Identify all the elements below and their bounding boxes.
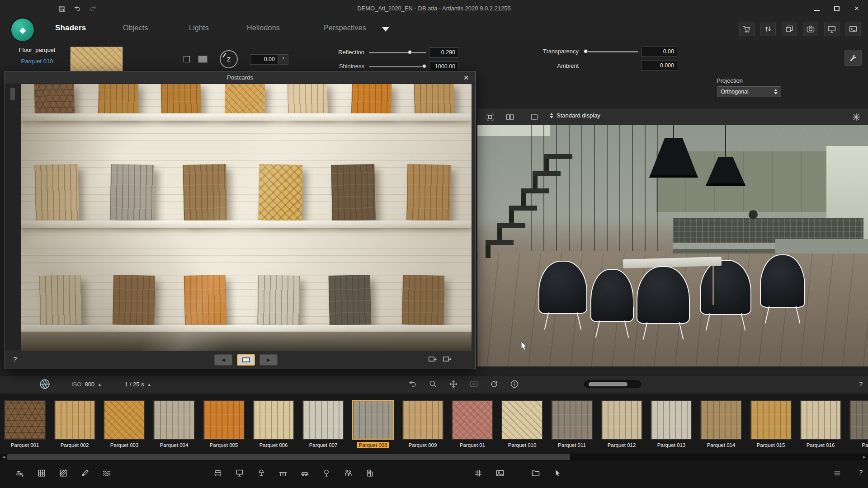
scroll-right-icon[interactable]: ▶	[861, 454, 868, 460]
catalog-item[interactable]: Parquet 006	[249, 394, 298, 454]
postcards-help-button[interactable]: ?	[13, 355, 17, 363]
export-postcard-icon[interactable]	[443, 355, 452, 366]
shader-thumbnail[interactable]	[104, 400, 145, 440]
catalog-item[interactable]: Parquet 013	[646, 394, 696, 454]
shader-thumbnail[interactable]	[54, 400, 95, 440]
catalog-item[interactable]: Parquet 002	[50, 394, 99, 454]
perspectives-dropdown-icon[interactable]	[382, 27, 389, 32]
shader-tool-icon[interactable]	[14, 468, 25, 479]
tab-perspectives[interactable]: Perspectives	[324, 24, 366, 32]
preview-quality-slider[interactable]	[584, 380, 641, 388]
catalog-item[interactable]: Parquet 004	[149, 394, 199, 454]
people-icon[interactable]	[343, 468, 354, 479]
reflection-value[interactable]: 0.290	[429, 47, 458, 58]
duplicate-icon[interactable]	[782, 22, 797, 36]
shader-thumbnail[interactable]	[750, 400, 792, 440]
water-icon[interactable]	[101, 468, 112, 479]
postcards-close-icon[interactable]: ×	[461, 72, 472, 83]
iso-control[interactable]: ISO 800 ▲	[71, 381, 102, 388]
catalog-item[interactable]: Parquet 010	[497, 394, 547, 454]
postcard-image[interactable]	[21, 84, 472, 351]
shader-thumbnail[interactable]	[501, 400, 543, 440]
fit-view-icon[interactable]	[484, 111, 496, 122]
shader-thumbnail[interactable]	[800, 400, 841, 440]
catalog-item[interactable]: Parquet 014	[696, 394, 746, 454]
catalog-item[interactable]: Parquet 012	[597, 394, 646, 454]
catalog-strip[interactable]: Parquet 001Parquet 002Parquet 003Parquet…	[0, 394, 868, 454]
shutter-control[interactable]: 1 / 25 s ▲	[125, 381, 151, 388]
catalog-item[interactable]: Parquet 011	[547, 394, 597, 454]
catalog-item[interactable]: Parquet 003	[99, 394, 149, 454]
scroll-left-icon[interactable]: ◀	[0, 454, 7, 460]
render-region-icon[interactable]	[528, 111, 541, 122]
help-button[interactable]: ?	[859, 469, 863, 476]
rotation-dial[interactable]: Z	[220, 50, 238, 68]
shader-thumbnail[interactable]	[651, 400, 692, 440]
refresh-icon[interactable]	[487, 378, 501, 390]
tab-shaders[interactable]: Shaders	[55, 23, 86, 33]
zoom-icon[interactable]	[426, 378, 440, 390]
lamp-icon[interactable]	[256, 468, 267, 479]
car-icon[interactable]	[299, 468, 310, 479]
billboard-icon[interactable]	[234, 468, 245, 479]
iso-value[interactable]: 800	[85, 381, 94, 388]
display-mode-select[interactable]: Standard display	[550, 112, 600, 119]
shutter-stepper-icon[interactable]: ▲	[147, 382, 151, 387]
seat-icon[interactable]	[212, 468, 223, 479]
shutter-value[interactable]: 1 / 25 s	[125, 381, 144, 388]
furniture-icon[interactable]	[278, 468, 288, 479]
shader-thumbnail[interactable]	[203, 400, 245, 440]
tab-objects[interactable]: Objects	[123, 24, 148, 32]
shininess-slider-thumb[interactable]	[422, 64, 426, 68]
postcards-titlebar[interactable]: Postcards ×	[5, 71, 475, 84]
dual-view-icon[interactable]	[504, 111, 516, 122]
catalog-item[interactable]: Parque	[845, 394, 868, 454]
postcards-scrollbar[interactable]	[5, 84, 21, 351]
transfer-icon[interactable]	[760, 22, 776, 36]
console-icon[interactable]	[845, 22, 861, 36]
next-postcard-button[interactable]: ▶	[259, 354, 278, 366]
catalog-item[interactable]: Parquet 001	[0, 394, 50, 454]
reflection-slider-thumb[interactable]	[408, 50, 412, 54]
ambient-value[interactable]: 0.000	[641, 61, 677, 71]
iso-stepper-icon[interactable]: ▲	[98, 382, 102, 387]
minimize-button[interactable]	[813, 5, 821, 13]
catalog-item[interactable]: Parquet 007	[298, 394, 348, 454]
shader-thumbnail[interactable]	[253, 400, 294, 440]
cart-icon[interactable]	[739, 22, 755, 36]
scrollbar-thumb[interactable]	[7, 454, 570, 460]
rotation-input[interactable]: 0.00	[250, 54, 278, 65]
undo-icon[interactable]	[406, 378, 420, 390]
previous-postcard-button[interactable]: ◀	[214, 354, 232, 366]
shininess-slider[interactable]	[369, 66, 426, 67]
folder-icon[interactable]	[530, 468, 541, 479]
render-icon[interactable]	[467, 378, 481, 390]
stripes-icon[interactable]	[58, 468, 69, 479]
shader-thumbnail[interactable]	[352, 400, 394, 440]
building-icon[interactable]	[364, 468, 375, 479]
catalog-item[interactable]: Parquet 008	[348, 394, 398, 454]
reflection-slider[interactable]	[369, 52, 426, 53]
fabric-icon[interactable]	[36, 468, 47, 479]
pen-icon[interactable]	[80, 468, 90, 479]
shader-thumbnail[interactable]	[402, 400, 443, 440]
pan-icon[interactable]	[447, 378, 460, 390]
rotation-unit[interactable]: °	[278, 54, 288, 65]
shader-thumbnail[interactable]	[601, 400, 642, 440]
catalog-item[interactable]: Parquet 015	[746, 394, 796, 454]
info-icon[interactable]	[508, 378, 521, 390]
transparency-slider[interactable]	[584, 51, 638, 52]
shader-thumbnail[interactable]	[452, 400, 493, 440]
snowflake-icon[interactable]	[850, 111, 863, 122]
shader-settings-button[interactable]	[844, 50, 862, 66]
list-icon[interactable]	[832, 468, 843, 479]
add-postcard-icon[interactable]	[428, 355, 437, 366]
shininess-value[interactable]: 1000.00	[429, 61, 458, 72]
tab-heliodons[interactable]: Heliodons	[247, 24, 280, 32]
aperture-icon[interactable]	[39, 378, 51, 392]
shader-thumbnail[interactable]	[551, 400, 593, 440]
plant-icon[interactable]	[321, 468, 332, 479]
display-icon[interactable]	[824, 22, 840, 36]
slider-thumb[interactable]	[589, 382, 627, 386]
texture-swatch[interactable]	[198, 56, 208, 63]
